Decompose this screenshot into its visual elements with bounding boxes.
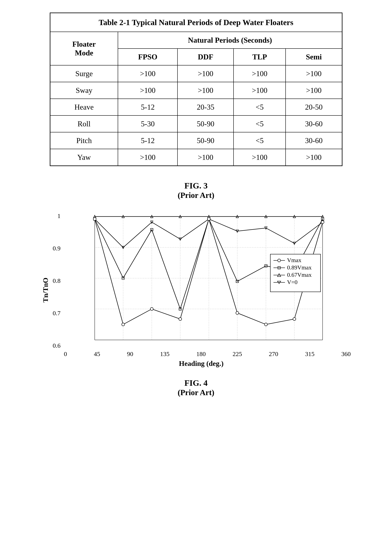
svg-point-48 [293, 318, 296, 320]
row-ddf-2: 20-35 [177, 99, 234, 115]
row-semi-2: 20-50 [285, 99, 342, 115]
row-tlp-3: <5 [234, 115, 285, 132]
fig4-caption: FIG. 4 (Prior Art) [178, 378, 215, 397]
x-tick-90: 90 [127, 350, 133, 358]
svg-text:V=0: V=0 [287, 279, 297, 285]
svg-text:0.89Vmax: 0.89Vmax [287, 264, 312, 271]
y-axis-ticks: 1 0.9 0.8 0.7 0.6 [50, 212, 62, 349]
svg-point-46 [236, 311, 239, 314]
x-tick-315: 315 [305, 350, 314, 358]
row-ddf-0: >100 [177, 65, 234, 82]
svg-point-44 [179, 318, 182, 320]
table-title: Table 2-1 Typical Natural Periods of Dee… [50, 13, 342, 32]
chart-plot-area: 1 0.9 0.8 0.7 0.6 [50, 212, 353, 349]
table-section: Table 2-1 Typical Natural Periods of Dee… [50, 12, 343, 166]
x-tick-360: 360 [341, 350, 351, 358]
svg-point-45 [207, 218, 210, 220]
row-semi-3: 30-60 [285, 115, 342, 132]
row-semi-0: >100 [285, 65, 342, 82]
y-axis-label: Tn/TnO [39, 212, 50, 368]
row-tlp-4: <5 [234, 132, 285, 149]
row-mode-0: Surge [50, 65, 118, 82]
table-row: Pitch 5-12 50-90 <5 30-60 [50, 132, 342, 149]
floater-mode-header: Floater Mode [50, 32, 118, 65]
row-ddf-4: 50-90 [177, 132, 234, 149]
row-mode-4: Pitch [50, 132, 118, 149]
fig3-line2: (Prior Art) [178, 190, 215, 200]
svg-point-49 [321, 221, 324, 224]
y-tick-07: 0.7 [53, 310, 61, 317]
row-tlp-2: <5 [234, 99, 285, 115]
semi-header: Semi [285, 49, 342, 65]
row-mode-2: Heave [50, 99, 118, 115]
natural-periods-header: Natural Periods (Seconds) [118, 32, 342, 49]
x-tick-225: 225 [233, 350, 242, 358]
row-semi-4: 30-60 [285, 132, 342, 149]
x-axis-ticks: 0 45 90 135 180 225 270 315 360 [64, 349, 353, 358]
row-tlp-1: >100 [234, 82, 285, 99]
x-tick-0: 0 [64, 350, 67, 358]
table-row: Roll 5-30 50-90 <5 30-60 [50, 115, 342, 132]
row-fpso-1: >100 [118, 82, 177, 99]
row-semi-5: >100 [285, 149, 342, 166]
row-fpso-3: 5-30 [118, 115, 177, 132]
x-axis-label: Heading (deg.) [50, 360, 353, 368]
y-tick-1: 1 [58, 212, 61, 220]
x-tick-180: 180 [196, 350, 206, 358]
row-ddf-5: >100 [177, 149, 234, 166]
chart-svg: Vmax 0.89Vmax 0.67Vmax V=0 [62, 212, 353, 348]
svg-point-42 [122, 323, 125, 326]
row-semi-1: >100 [285, 82, 342, 99]
table-row: Heave 5-12 20-35 <5 20-50 [50, 99, 342, 115]
svg-point-47 [265, 323, 267, 326]
fpso-header: FPSO [118, 49, 177, 65]
fig4-line1: FIG. 4 [178, 378, 215, 388]
y-tick-08: 0.8 [53, 277, 61, 284]
tlp-header: TLP [234, 49, 285, 65]
data-table: Table 2-1 Typical Natural Periods of Dee… [50, 12, 343, 166]
chart-container: Tn/TnO 1 0.9 0.8 0.7 0.6 [39, 212, 353, 368]
row-ddf-1: >100 [177, 82, 234, 99]
fig3-caption: FIG. 3 (Prior Art) [178, 181, 215, 200]
row-fpso-2: 5-12 [118, 99, 177, 115]
row-tlp-0: >100 [234, 65, 285, 82]
svg-point-52 [278, 259, 281, 262]
ddf-header: DDF [177, 49, 234, 65]
table-row: Surge >100 >100 >100 >100 [50, 65, 342, 82]
row-ddf-3: 50-90 [177, 115, 234, 132]
svg-point-41 [93, 218, 96, 220]
row-fpso-5: >100 [118, 149, 177, 166]
fig4-line2: (Prior Art) [178, 388, 215, 397]
row-mode-1: Sway [50, 82, 118, 99]
svg-text:0.67Vmax: 0.67Vmax [287, 271, 312, 278]
svg-text:Vmax: Vmax [287, 257, 301, 263]
table-row: Sway >100 >100 >100 >100 [50, 82, 342, 99]
x-tick-135: 135 [160, 350, 170, 358]
x-tick-270: 270 [269, 350, 278, 358]
table-row: Yaw >100 >100 >100 >100 [50, 149, 342, 166]
chart-with-axes: 1 0.9 0.8 0.7 0.6 [50, 212, 353, 368]
row-mode-3: Roll [50, 115, 118, 132]
x-tick-45: 45 [94, 350, 100, 358]
chart-svg-container: Vmax 0.89Vmax 0.67Vmax V=0 [62, 212, 353, 349]
fig3-line1: FIG. 3 [178, 181, 215, 190]
y-tick-09: 0.9 [53, 245, 61, 252]
row-tlp-5: >100 [234, 149, 285, 166]
y-tick-06: 0.6 [53, 342, 61, 349]
row-fpso-4: 5-12 [118, 132, 177, 149]
row-fpso-0: >100 [118, 65, 177, 82]
chart-section: Tn/TnO 1 0.9 0.8 0.7 0.6 [39, 212, 353, 368]
svg-point-43 [150, 308, 153, 310]
row-mode-5: Yaw [50, 149, 118, 166]
